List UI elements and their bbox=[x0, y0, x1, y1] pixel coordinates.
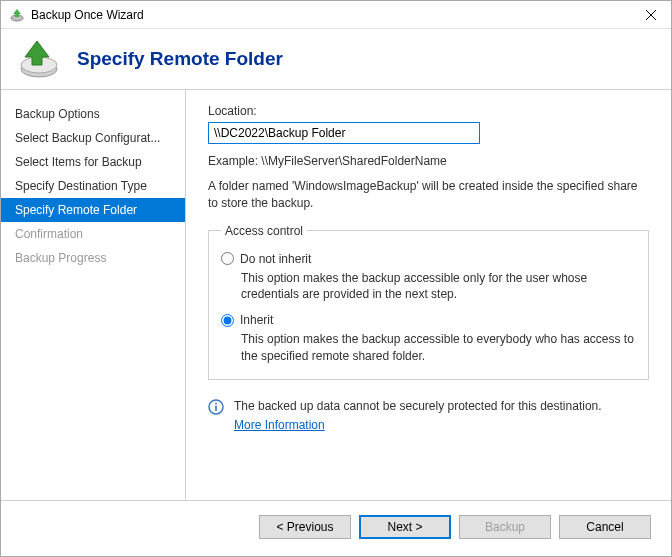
folder-info-text: A folder named 'WindowsImageBackup' will… bbox=[208, 178, 649, 212]
warning-text: The backed up data cannot be securely pr… bbox=[234, 399, 602, 413]
access-control-legend: Access control bbox=[221, 224, 307, 238]
page-title: Specify Remote Folder bbox=[77, 48, 283, 70]
inherit-label: Inherit bbox=[240, 313, 273, 327]
titlebar: Backup Once Wizard bbox=[1, 1, 671, 29]
backup-app-icon bbox=[9, 7, 25, 23]
location-example: Example: \\MyFileServer\SharedFolderName bbox=[208, 154, 649, 168]
do-not-inherit-desc: This option makes the backup accessible … bbox=[241, 270, 636, 304]
do-not-inherit-label: Do not inherit bbox=[240, 252, 311, 266]
wizard-content: Location: Example: \\MyFileServer\Shared… bbox=[186, 90, 671, 500]
more-info-link[interactable]: More Information bbox=[234, 417, 325, 434]
next-button[interactable]: Next > bbox=[359, 515, 451, 539]
sidebar-item-select-config[interactable]: Select Backup Configurat... bbox=[1, 126, 185, 150]
do-not-inherit-option[interactable]: Do not inherit bbox=[221, 252, 636, 266]
sidebar-item-destination-type[interactable]: Specify Destination Type bbox=[1, 174, 185, 198]
close-button[interactable] bbox=[631, 1, 671, 29]
wizard-footer: < Previous Next > Backup Cancel bbox=[1, 500, 671, 553]
sidebar-item-backup-options[interactable]: Backup Options bbox=[1, 102, 185, 126]
warning-row: The backed up data cannot be securely pr… bbox=[208, 398, 649, 434]
inherit-desc: This option makes the backup accessible … bbox=[241, 331, 636, 365]
cancel-button[interactable]: Cancel bbox=[559, 515, 651, 539]
titlebar-title: Backup Once Wizard bbox=[31, 8, 631, 22]
location-input[interactable] bbox=[208, 122, 480, 144]
sidebar-item-remote-folder[interactable]: Specify Remote Folder bbox=[1, 198, 185, 222]
backup-wizard-icon bbox=[17, 37, 61, 81]
sidebar-item-backup-progress: Backup Progress bbox=[1, 246, 185, 270]
sidebar-item-confirmation: Confirmation bbox=[1, 222, 185, 246]
access-control-group: Access control Do not inherit This optio… bbox=[208, 224, 649, 380]
backup-button: Backup bbox=[459, 515, 551, 539]
svg-rect-5 bbox=[215, 405, 217, 411]
svg-point-4 bbox=[215, 402, 217, 404]
location-label: Location: bbox=[208, 104, 649, 118]
wizard-header: Specify Remote Folder bbox=[1, 29, 671, 89]
inherit-radio[interactable] bbox=[221, 314, 234, 327]
sidebar-item-select-items[interactable]: Select Items for Backup bbox=[1, 150, 185, 174]
do-not-inherit-radio[interactable] bbox=[221, 252, 234, 265]
previous-button[interactable]: < Previous bbox=[259, 515, 351, 539]
info-icon bbox=[208, 399, 224, 415]
inherit-option[interactable]: Inherit bbox=[221, 313, 636, 327]
wizard-steps-sidebar: Backup Options Select Backup Configurat.… bbox=[1, 90, 186, 500]
